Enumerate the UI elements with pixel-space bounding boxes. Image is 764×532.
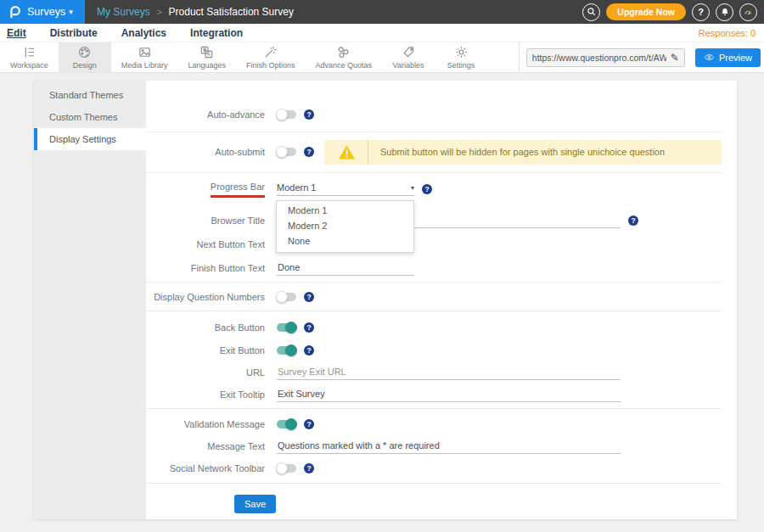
survey-url-box: ✎ [526,48,685,67]
toolbar-label: Advance Quotas [315,61,372,70]
save-button[interactable]: Save [234,495,276,513]
question-mark-icon: ? [698,7,704,17]
display-settings-form: Auto-advance ? Auto-submit ? Submit butt… [146,81,737,519]
translate-icon: A [199,45,214,59]
brand-block[interactable]: Surveys ▾ [0,0,85,24]
eye-icon [704,52,715,63]
divider [146,311,722,311]
survey-title: Product Satisfaction Survey [169,6,294,18]
breadcrumb: My Surveys > Product Satisfaction Survey [97,6,294,18]
questionpro-logo-icon [7,4,22,20]
tab-distribute[interactable]: Distribute [50,27,98,39]
toolbar-label: Workspace [10,61,48,70]
progress-bar-label: Progress Bar [146,182,265,198]
finish-button-text-input[interactable] [277,260,414,276]
sidebar-item-custom-themes[interactable]: Custom Themes [34,106,146,128]
tab-edit[interactable]: Edit [7,27,26,39]
design-toolbar: Workspace Design Media Library A Languag… [0,42,764,73]
sidebar-item-standard-themes[interactable]: Standard Themes [34,84,146,106]
breadcrumb-my-surveys[interactable]: My Surveys [97,6,150,18]
tab-analytics[interactable]: Analytics [121,27,166,39]
toolbar-languages[interactable]: A Languages [177,42,236,72]
exit-button-toggle[interactable] [277,346,296,355]
help-icon[interactable]: ? [422,184,432,194]
survey-nav: Edit Distribute Analytics Integration Re… [0,24,764,42]
divider [146,282,722,283]
back-button-row: Back Button ? [146,316,722,339]
finish-button-text-row: Finish Button Text [146,256,722,280]
help-icon[interactable]: ? [304,292,314,302]
validation-message-label: Validation Message [146,419,265,430]
palette-icon [77,45,92,59]
toolbar-right: ✎ Preview [519,42,764,72]
upgrade-now-button[interactable]: Upgrade Now [606,3,686,20]
toolbar-label: Finish Options [246,61,295,70]
help-icon[interactable]: ? [628,216,638,226]
svg-text:A: A [207,51,211,57]
toolbar-settings[interactable]: Settings [435,42,487,72]
performance-gauge-button[interactable] [739,3,757,21]
topbar-actions: Upgrade Now ? [582,0,757,24]
responses-count[interactable]: Responses: 0 [699,28,756,38]
progress-bar-select[interactable]: Modern 1 ▾ [277,182,414,196]
toolbar-label: Settings [447,61,475,70]
toolbar-variables[interactable]: Variables [382,42,435,72]
search-button[interactable] [582,3,600,21]
social-network-toolbar-label: Social Network Toolbar [146,463,265,474]
validation-message-row: Validation Message ? [146,413,722,435]
toolbar-design[interactable]: Design [59,42,111,72]
toolbar-finish-options[interactable]: Finish Options [236,42,306,72]
toolbar-label: Media Library [121,61,168,70]
progress-bar-dropdown: Modern 1 Modern 2 None [276,200,414,253]
divider [146,172,722,173]
toolbar-media-library[interactable]: Media Library [111,42,178,72]
help-icon[interactable]: ? [304,322,314,333]
exit-url-input[interactable] [277,365,621,380]
back-button-toggle[interactable] [277,323,296,332]
social-network-toolbar-row: Social Network Toolbar ? [146,457,722,479]
help-icon[interactable]: ? [304,147,314,157]
design-panel: Standard Themes Custom Themes Display Se… [34,81,737,519]
toolbar-label: Languages [188,61,226,70]
validation-message-toggle[interactable] [277,420,296,428]
divider [146,408,722,409]
auto-submit-toggle[interactable] [277,148,296,156]
auto-advance-row: Auto-advance ? [146,103,722,126]
dropdown-option-modern-2[interactable]: Modern 2 [277,218,413,233]
progress-bar-row: Progress Bar Modern 1 ▾ Modern 1 Modern … [146,176,722,202]
message-text-input[interactable] [277,439,621,454]
image-icon [138,45,152,59]
product-name: Surveys [27,6,65,18]
social-network-toolbar-toggle[interactable] [277,464,296,473]
notifications-button[interactable] [716,3,733,21]
dropdown-option-modern-1[interactable]: Modern 1 [277,203,413,218]
help-icon[interactable]: ? [304,345,314,356]
help-icon[interactable]: ? [304,109,314,120]
survey-url-input[interactable] [532,53,666,63]
sidebar-item-display-settings[interactable]: Display Settings [34,128,146,150]
toolbar-advance-quotas[interactable]: Advance Quotas [305,42,382,72]
preview-label: Preview [719,53,752,63]
toolbar-workspace[interactable]: Workspace [0,42,59,72]
help-icon[interactable]: ? [304,463,314,473]
edit-url-pencil-icon[interactable]: ✎ [671,52,679,64]
display-question-numbers-toggle[interactable] [277,293,296,301]
gear-icon [454,45,469,59]
dropdown-option-none[interactable]: None [277,233,413,249]
browser-title-label: Browser Title [146,216,265,227]
help-icon[interactable]: ? [304,419,314,429]
chevron-down-icon: ▾ [411,184,414,192]
auto-submit-row: Auto-submit ? Submit button will be hidd… [146,139,722,165]
next-button-text-label: Next Button Text [146,239,265,250]
help-button[interactable]: ? [692,3,710,21]
auto-submit-warning: Submit button will be hidden for pages w… [324,140,722,165]
auto-advance-toggle[interactable] [277,110,296,119]
bell-icon [720,7,730,17]
preview-button[interactable]: Preview [695,48,761,67]
chain-links-icon [336,45,351,59]
exit-tooltip-input[interactable] [277,387,621,402]
red-annotation-underline: Progress Bar [211,182,265,198]
back-button-label: Back Button [146,322,265,333]
product-switcher[interactable]: Surveys ▾ [27,6,73,18]
tab-integration[interactable]: Integration [190,27,243,39]
